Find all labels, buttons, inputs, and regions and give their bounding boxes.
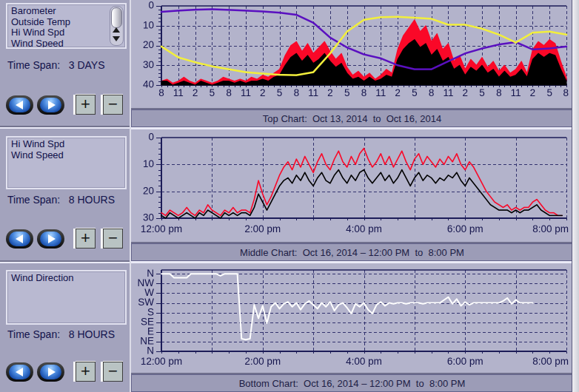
list-item[interactable]: Wind Speed (11, 38, 125, 50)
left-arrow-icon (16, 368, 23, 376)
middle-chart-nav-buttons: + − (6, 229, 123, 249)
zoom-in-button[interactable]: + (76, 95, 96, 115)
zoom-out-button[interactable]: − (103, 362, 123, 382)
list-item[interactable]: Wind Speed (11, 150, 125, 161)
time-span-value: 3 DAYS (69, 59, 105, 71)
time-span-value: 8 HOURS (69, 328, 115, 340)
time-span-label: Time Span: (7, 194, 60, 206)
scroll-down-icon[interactable] (113, 36, 120, 41)
zoom-in-button[interactable]: + (76, 229, 96, 249)
top-chart-plot (131, 0, 572, 108)
bottom-chart-nav-buttons: + − (6, 362, 123, 382)
zoom-in-button[interactable]: + (76, 362, 96, 382)
scrollbar-thumb[interactable] (111, 7, 122, 28)
list-item[interactable]: Barometer (11, 6, 125, 17)
chart-column: Top Chart: Oct 13, 2014 to Oct 16, 2014 … (130, 0, 572, 392)
list-item[interactable]: Hi Wind Spd (11, 139, 125, 150)
window-scrollbar-track[interactable] (572, 0, 579, 392)
left-arrow-icon (16, 234, 23, 243)
back-button[interactable] (6, 229, 33, 249)
forward-button[interactable] (37, 362, 64, 382)
list-item[interactable]: Wind Direction (11, 273, 125, 284)
time-span-label: Time Span: (7, 328, 60, 340)
divider (0, 262, 130, 263)
bottom-chart-caption: Bottom Chart: Oct 16, 2014 – 12:00 PM to… (131, 374, 573, 392)
top-chart-caption: Top Chart: Oct 13, 2014 to Oct 16, 2014 (131, 109, 573, 127)
time-span-label: Time Span: (7, 59, 60, 71)
time-span-row: Time Span: 8 HOURS (7, 328, 115, 340)
right-arrow-icon (48, 234, 56, 243)
left-arrow-icon (16, 101, 23, 109)
right-arrow-icon (48, 101, 56, 109)
listbox-scrollbar[interactable] (110, 6, 124, 46)
bottom-chart-plot (131, 263, 572, 373)
list-item[interactable]: Outside Temp (11, 17, 125, 28)
time-span-row: Time Span: 3 DAYS (7, 59, 105, 71)
bottom-chart-series-listbox[interactable]: Wind Direction (6, 270, 127, 325)
top-chart-series-listbox[interactable]: Barometer Outside Temp Hi Wind Spd Wind … (6, 3, 127, 49)
back-button[interactable] (6, 362, 33, 382)
divider (0, 127, 130, 129)
time-span-row: Time Span: 8 HOURS (7, 194, 115, 206)
scroll-up-icon[interactable] (113, 27, 120, 33)
zoom-out-button[interactable]: − (103, 229, 123, 249)
zoom-out-button[interactable]: − (103, 95, 123, 115)
right-arrow-icon (48, 368, 56, 376)
forward-button[interactable] (37, 229, 64, 249)
middle-chart-plot (131, 129, 572, 242)
back-button[interactable] (6, 95, 33, 115)
list-item[interactable]: Hi Wind Spd (11, 27, 125, 38)
middle-chart-caption: Middle Chart: Oct 16, 2014 – 12:00 PM to… (131, 243, 573, 261)
middle-chart-series-listbox[interactable]: Hi Wind Spd Wind Speed (6, 136, 127, 189)
control-sidebar: Barometer Outside Temp Hi Wind Spd Wind … (0, 0, 130, 392)
forward-button[interactable] (37, 95, 64, 115)
time-span-value: 8 HOURS (69, 194, 115, 206)
top-chart-nav-buttons: + − (6, 95, 123, 115)
